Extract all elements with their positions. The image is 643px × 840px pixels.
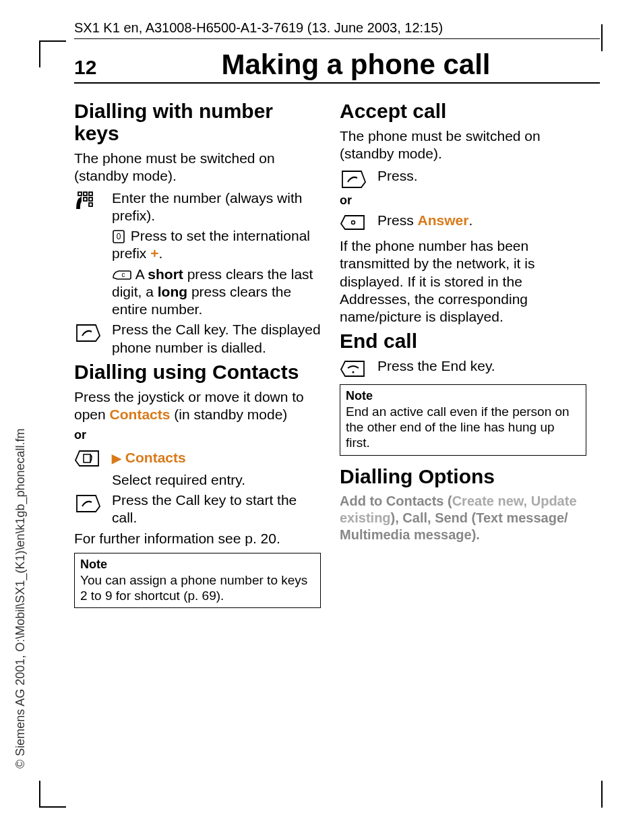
- page-title: Making a phone call: [112, 49, 600, 81]
- right-column: Accept call The phone must be switched o…: [340, 96, 586, 608]
- heading-end-call: End call: [340, 330, 586, 352]
- svg-text:c: c: [122, 271, 125, 278]
- keypad-icon: [74, 189, 112, 225]
- note-box: Note End an active call even if the pers…: [340, 384, 586, 455]
- step-text: Press the End key.: [377, 357, 586, 379]
- zero-key-icon: 0: [112, 229, 127, 244]
- title-row: 12 Making a phone call: [74, 49, 600, 84]
- menu-key-icon: [74, 447, 112, 469]
- options-text: Add to Contacts (Create new, Update exis…: [340, 493, 586, 543]
- svg-rect-9: [84, 454, 90, 462]
- step-text: Enter the number (always with prefix).: [112, 189, 321, 225]
- note-body: End an active call even if the person on…: [346, 404, 580, 450]
- heading-dialling-contacts: Dialling using Contacts: [74, 361, 321, 383]
- step-text: Press the Call key. The displayed phone …: [112, 321, 321, 357]
- svg-rect-5: [89, 203, 92, 206]
- call-key-icon: [74, 321, 112, 357]
- header-text: SX1 K1 en, A31008-H6500-A1-3-7619 (13. J…: [74, 20, 600, 36]
- heading-accept-call: Accept call: [340, 100, 586, 122]
- heading-dialling-number-keys: Dialling with number keys: [74, 100, 321, 144]
- body-text: The phone must be switched on (standby m…: [340, 127, 586, 163]
- crop-mark: [601, 781, 603, 808]
- step-text: Select required entry.: [112, 471, 321, 489]
- svg-rect-1: [84, 192, 87, 196]
- svg-text:0: 0: [117, 232, 121, 241]
- side-copyright-text: © Siemens AG 2001, O:\Mobil\SX1_(K1)\en\…: [13, 428, 28, 769]
- page-number: 12: [74, 56, 112, 79]
- note-title: Note: [80, 558, 315, 572]
- or-label: or: [74, 427, 321, 443]
- crop-mark: [39, 781, 66, 808]
- note-title: Note: [346, 389, 580, 403]
- svg-point-11: [353, 371, 355, 373]
- clear-key-icon: c: [112, 268, 132, 282]
- page-content: SX1 K1 en, A31008-H6500-A1-3-7619 (13. J…: [74, 20, 600, 608]
- step-text: c A short press clears the last digit, a…: [112, 266, 321, 319]
- end-key-icon: [340, 357, 377, 379]
- crop-mark: [601, 24, 603, 51]
- or-label: or: [340, 193, 586, 208]
- svg-rect-4: [89, 198, 92, 201]
- body-text: Press the joystick or move it down to op…: [74, 388, 321, 424]
- call-key-icon: [74, 491, 112, 527]
- heading-dialling-options: Dialling Options: [340, 465, 586, 487]
- note-box: Note You can assign a phone number to ke…: [74, 553, 321, 609]
- step-text: Press Answer.: [377, 212, 586, 232]
- step-text: 0 Press to set the international prefix …: [112, 227, 321, 263]
- softkey-icon: [340, 212, 377, 232]
- body-text: For further information see p. 20.: [74, 530, 321, 547]
- body-text: If the phone number has been transmitted…: [340, 237, 586, 326]
- header-rule: [74, 38, 600, 39]
- note-body: You can assign a phone number to keys 2 …: [80, 573, 315, 604]
- crop-mark: [39, 40, 66, 67]
- step-text: Press.: [377, 167, 586, 190]
- svg-rect-2: [89, 192, 92, 196]
- svg-point-10: [352, 221, 355, 224]
- menu-path: ▶ Contacts: [112, 449, 321, 467]
- call-key-icon: [340, 167, 377, 190]
- step-text: Press the Call key to start the call.: [112, 491, 321, 527]
- left-column: Dialling with number keys The phone must…: [74, 96, 321, 608]
- svg-rect-3: [84, 198, 87, 201]
- svg-rect-0: [78, 192, 82, 196]
- body-text: The phone must be switched on (standby m…: [74, 150, 321, 185]
